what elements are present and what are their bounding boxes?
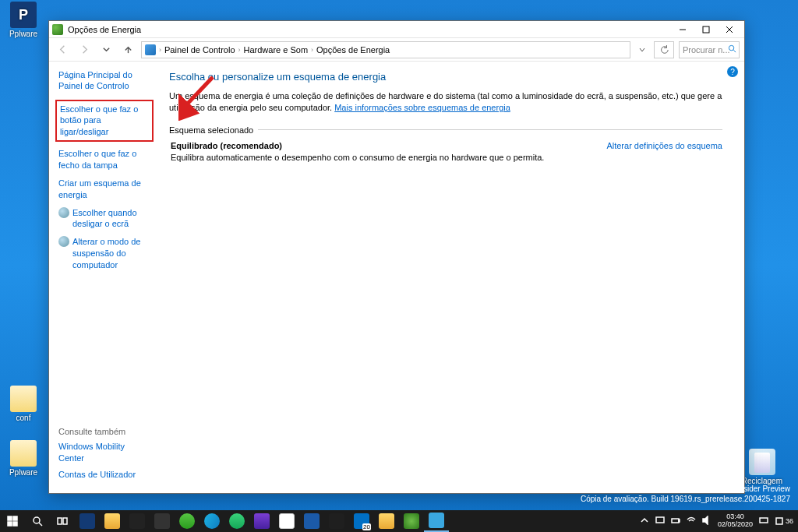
chevron-right-icon: › [238,46,241,54]
see-also-mobility[interactable]: Windows Mobility Center [58,441,150,464]
taskbar-clock[interactable]: 03:40 02/05/2020 [718,513,753,529]
taskbar-app[interactable] [324,510,349,532]
forward-button[interactable] [76,41,93,58]
desktop-icon-pplware-low[interactable]: Pplware [8,440,39,477]
svg-rect-19 [679,520,680,522]
taskbar-app[interactable] [125,510,150,532]
page-heading: Escolha ou personalize um esquema de ene… [169,71,722,83]
plan-description: Equilibra automaticamente o desempenho c… [169,153,722,162]
breadcrumb-root[interactable]: Painel de Controlo [164,45,235,55]
search-input[interactable]: Procurar n... [679,41,740,58]
page-description: Um esquema de energia é uma coleção de d… [169,90,722,115]
sidebar: Página Principal do Painel de Controlo E… [49,62,157,493]
svg-rect-18 [672,519,679,523]
taskbar-apps: 20 [75,510,449,532]
desktop-icon-label: Pplware [8,30,39,38]
svg-rect-12 [13,522,17,526]
desktop-icon-conf[interactable]: conf [8,386,39,422]
sidebar-link-sleep-mode[interactable]: Alterar o modo de suspensão do computado… [58,236,150,271]
tray-notifications-icon[interactable]: 36 [775,516,793,526]
taskbar: 20 03:40 02/05/2020 36 [0,510,798,532]
taskbar-app[interactable] [175,510,200,532]
svg-rect-11 [8,522,12,526]
svg-rect-21 [760,518,768,523]
content-area: Página Principal do Painel de Controlo E… [49,62,744,493]
svg-rect-1 [703,26,709,33]
task-view-button[interactable] [50,510,75,532]
svg-rect-17 [656,517,664,523]
control-panel-icon [145,44,156,55]
taskbar-app[interactable] [100,510,125,532]
titlebar: Opções de Energia [49,21,744,38]
main-panel: ? Escolha ou personalize um esquema de e… [157,62,744,493]
taskbar-app[interactable] [75,510,100,532]
desktop-icon-recycle-bin[interactable]: Reciclagem [742,449,782,485]
see-also-user-accounts[interactable]: Contas de Utilizador [58,469,150,481]
taskbar-app[interactable]: 20 [349,510,374,532]
nav-toolbar: › Painel de Controlo › Hardware e Som › … [49,38,744,62]
taskbar-app[interactable] [224,510,249,532]
control-panel-home-link[interactable]: Página Principal do Painel de Controlo [58,69,150,92]
svg-rect-9 [8,516,12,520]
change-plan-settings-link[interactable]: Alterar definições do esquema [606,141,722,150]
breadcrumb-hw-sound[interactable]: Hardware e Som [244,45,309,55]
tray-monitor-icon[interactable] [655,516,665,527]
sidebar-link-power-button[interactable]: Escolher o que faz o botão para ligar/de… [55,100,154,143]
tray-keyboard-icon[interactable] [759,516,768,527]
svg-rect-15 [58,518,62,524]
taskbar-app-active[interactable] [424,510,449,532]
svg-marker-20 [703,516,708,524]
selected-plan-label: Esquema selecionado [169,125,722,135]
search-button[interactable] [25,510,50,532]
address-dropdown[interactable] [635,46,649,54]
up-button[interactable] [119,41,136,58]
taskbar-app[interactable] [274,510,299,532]
sleep-icon [58,236,69,247]
search-placeholder: Procurar n... [683,45,730,55]
tray-volume-icon[interactable] [702,516,711,527]
svg-line-14 [39,523,42,526]
power-options-icon [52,24,63,35]
windows-watermark: Windows 10 Home Insider Preview Cópia de… [581,484,790,504]
recent-locations-button[interactable] [97,41,115,58]
help-icon[interactable]: ? [727,66,738,77]
back-button[interactable] [54,41,71,58]
display-icon [58,207,69,218]
chevron-right-icon: › [311,46,313,54]
svg-point-13 [34,517,40,523]
see-also-heading: Consulte também [58,427,150,436]
start-button[interactable] [0,510,25,532]
tray-chevron-up-icon[interactable] [640,516,649,527]
svg-rect-10 [13,516,17,520]
system-tray: 03:40 02/05/2020 36 [635,513,798,529]
taskbar-app[interactable] [150,510,175,532]
sidebar-link-lid-close[interactable]: Escolher o que faz o fecho da tampa [58,148,150,171]
recycle-bin-icon [749,449,775,475]
desktop-icon-pplware-top[interactable]: P Pplware [8,2,39,38]
taskbar-app[interactable] [200,510,224,532]
desktop-icon-label: Pplware [8,468,39,477]
sidebar-link-create-plan[interactable]: Criar um esquema de energia [58,178,150,201]
search-icon [728,44,736,55]
sidebar-link-display-off[interactable]: Escolher quando desligar o ecrã [58,207,150,231]
close-button[interactable] [718,21,741,38]
tray-battery-icon[interactable] [671,516,680,527]
minimize-button[interactable] [671,21,694,38]
taskbar-app[interactable] [299,510,324,532]
breadcrumb-power-options[interactable]: Opções de Energia [316,45,390,55]
plan-row: Equilibrado (recomendado) Alterar defini… [169,141,722,150]
refresh-button[interactable] [654,41,674,58]
address-bar[interactable]: › Painel de Controlo › Hardware e Som › … [141,41,630,58]
svg-line-6 [733,50,736,52]
taskbar-app[interactable] [249,510,274,532]
control-panel-window: Opções de Energia › Painel de Controlo ›… [48,20,745,494]
taskbar-app[interactable] [399,510,424,532]
more-info-link[interactable]: Mais informações sobre esquemas de energ… [334,103,510,112]
chevron-right-icon: › [159,46,161,54]
maximize-button[interactable] [694,21,718,38]
window-title: Opções de Energia [68,25,671,34]
taskbar-app[interactable] [374,510,399,532]
desktop-icon-label: conf [8,414,39,422]
tray-wifi-icon[interactable] [687,516,696,527]
plan-name: Equilibrado (recomendado) [171,141,282,150]
